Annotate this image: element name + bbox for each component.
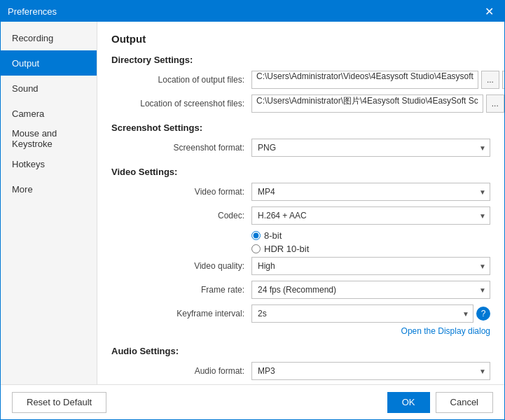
screenshot-files-path: C:\Users\Administrator\图片\4Easysoft Stud… <box>251 94 483 113</box>
screenshot-files-row: Location of screenshot files: C:\Users\A… <box>111 94 490 113</box>
keyframe-control: 2s 1s 3s 4s ▼ ? <box>251 304 490 323</box>
video-quality-control: High Medium Low ▼ <box>251 257 490 275</box>
audio-format-row: Audio format: MP3 AAC WAV FLAC ▼ <box>111 362 490 380</box>
codec-label: Codec: <box>111 211 251 220</box>
directory-settings-title: Directory Settings: <box>111 55 490 65</box>
video-format-row: Video format: MP4 MOV AVI MKV ▼ <box>111 183 490 201</box>
sidebar-item-more[interactable]: More <box>1 176 97 202</box>
screenshot-files-label: Location of screenshot files: <box>111 99 251 108</box>
output-files-path: C:\Users\Administrator\Videos\4Easysoft … <box>251 71 478 89</box>
bit-8-radio[interactable] <box>251 231 261 240</box>
video-format-select[interactable]: MP4 MOV AVI MKV <box>251 183 490 201</box>
audio-format-control: MP3 AAC WAV FLAC ▼ <box>251 362 490 380</box>
framerate-wrapper: 24 fps (Recommend) 30 fps 60 fps ▼ <box>251 281 490 299</box>
bit-8-label: 8-bit <box>264 230 282 241</box>
main-content: Output Directory Settings: Location of o… <box>97 22 504 384</box>
sidebar-item-output[interactable]: Output <box>1 50 97 76</box>
sidebar-item-hotkeys[interactable]: Hotkeys <box>1 151 97 176</box>
video-quality-label: Video quality: <box>111 261 251 271</box>
codec-wrapper: H.264 + AAC H.265 + AAC H.264 + MP3 ▼ <box>251 206 490 225</box>
codec-control: H.264 + AAC H.265 + AAC H.264 + MP3 ▼ <box>251 206 490 225</box>
output-folder-button[interactable]: 🗁 <box>502 71 504 89</box>
footer-right: OK Cancel <box>387 392 493 413</box>
video-quality-row: Video quality: High Medium Low ▼ <box>111 257 490 275</box>
output-files-control: C:\Users\Administrator\Videos\4Easysoft … <box>251 71 504 89</box>
output-files-row: Location of output files: C:\Users\Admin… <box>111 71 490 89</box>
screenshot-format-label: Screenshot format: <box>111 143 251 153</box>
audio-format-wrapper: MP3 AAC WAV FLAC ▼ <box>251 362 490 380</box>
screenshot-format-select[interactable]: PNG JPG BMP GIF <box>251 139 490 157</box>
screenshot-format-control: PNG JPG BMP GIF ▼ <box>251 139 490 157</box>
title-bar: Preferences ✕ <box>1 1 504 22</box>
open-display-link[interactable]: Open the Display dialog <box>401 326 490 336</box>
codec-select[interactable]: H.264 + AAC H.265 + AAC H.264 + MP3 <box>251 206 490 225</box>
screenshot-format-wrapper: PNG JPG BMP GIF ▼ <box>251 139 490 157</box>
sidebar-item-more-label: More <box>12 184 33 195</box>
video-quality-wrapper: High Medium Low ▼ <box>251 257 490 275</box>
sidebar-item-sound[interactable]: Sound <box>1 76 97 101</box>
output-files-label: Location of output files: <box>111 75 251 85</box>
framerate-control: 24 fps (Recommend) 30 fps 60 fps ▼ <box>251 281 490 299</box>
sidebar-item-camera[interactable]: Camera <box>1 101 97 126</box>
bit-8-row: 8-bit <box>111 230 490 241</box>
reset-button[interactable]: Reset to Default <box>12 392 106 413</box>
video-quality-select[interactable]: High Medium Low <box>251 257 490 275</box>
video-format-control: MP4 MOV AVI MKV ▼ <box>251 183 490 201</box>
video-format-label: Video format: <box>111 187 251 197</box>
sidebar-item-hotkeys-label: Hotkeys <box>12 159 45 169</box>
video-format-wrapper: MP4 MOV AVI MKV ▼ <box>251 183 490 201</box>
keyframe-wrapper: 2s 1s 3s 4s ▼ <box>251 304 473 323</box>
sidebar-item-sound-label: Sound <box>12 83 39 94</box>
keyframe-row: Keyframe interval: 2s 1s 3s 4s ▼ ? <box>111 304 490 323</box>
hdr-option[interactable]: HDR 10-bit <box>251 244 309 254</box>
sidebar-item-output-label: Output <box>12 58 39 69</box>
hdr-radio[interactable] <box>251 244 261 253</box>
cancel-button[interactable]: Cancel <box>436 392 493 413</box>
screenshot-format-row: Screenshot format: PNG JPG BMP GIF ▼ <box>111 139 490 157</box>
video-settings-title: Video Settings: <box>111 167 490 177</box>
audio-format-label: Audio format: <box>111 366 251 376</box>
close-button[interactable]: ✕ <box>480 3 497 20</box>
help-button[interactable]: ? <box>476 307 490 321</box>
screenshot-more-button[interactable]: ... <box>486 94 504 113</box>
hdr-row: HDR 10-bit <box>111 244 490 254</box>
audio-format-select[interactable]: MP3 AAC WAV FLAC <box>251 362 490 380</box>
sidebar-item-mouse-keystroke[interactable]: Mouse and Keystroke <box>1 126 97 151</box>
window-title: Preferences <box>8 6 57 17</box>
bit-8-option[interactable]: 8-bit <box>251 230 282 241</box>
sidebar-item-mouse-keystroke-label: Mouse and Keystroke <box>12 128 85 149</box>
framerate-row: Frame rate: 24 fps (Recommend) 30 fps 60… <box>111 281 490 299</box>
page-title: Output <box>111 33 490 45</box>
framerate-select[interactable]: 24 fps (Recommend) 30 fps 60 fps <box>251 281 490 299</box>
footer: Reset to Default OK Cancel <box>1 384 504 419</box>
screenshot-files-control: C:\Users\Administrator\图片\4Easysoft Stud… <box>251 94 504 113</box>
ok-button[interactable]: OK <box>387 392 430 413</box>
codec-row: Codec: H.264 + AAC H.265 + AAC H.264 + M… <box>111 206 490 225</box>
sidebar-item-camera-label: Camera <box>12 108 44 119</box>
open-display-container: Open the Display dialog <box>111 326 490 336</box>
framerate-label: Frame rate: <box>111 285 251 295</box>
window-body: Recording Output Sound Camera Mouse and … <box>1 22 504 384</box>
sidebar-item-recording-label: Recording <box>12 33 53 43</box>
hdr-label: HDR 10-bit <box>264 244 309 254</box>
keyframe-label: Keyframe interval: <box>111 309 251 318</box>
sidebar: Recording Output Sound Camera Mouse and … <box>1 22 97 384</box>
preferences-window: Preferences ✕ Recording Output Sound Cam… <box>0 0 505 420</box>
screenshot-settings-title: Screenshot Settings: <box>111 122 490 133</box>
sidebar-item-recording[interactable]: Recording <box>1 25 97 50</box>
output-more-button[interactable]: ... <box>481 71 499 89</box>
audio-settings-title: Audio Settings: <box>111 346 490 356</box>
keyframe-select[interactable]: 2s 1s 3s 4s <box>251 304 473 323</box>
